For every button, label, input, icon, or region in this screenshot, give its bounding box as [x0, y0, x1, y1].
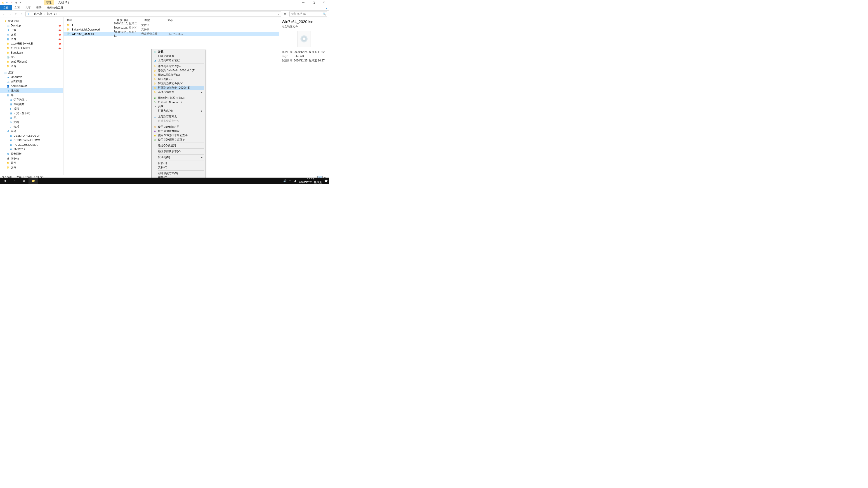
nav-back[interactable]: ← [2, 12, 6, 16]
nav-recycle[interactable]: 回收站 [11, 157, 19, 160]
ctx-addzipname[interactable]: 🗜添加到 "Win7x64_2020.zip" (T) [152, 68, 204, 73]
nav-win7re[interactable]: win7重装win7 [11, 60, 27, 64]
ctx-burn[interactable]: 刻录光盘映像 [152, 54, 204, 58]
col-type[interactable]: 类型 [141, 18, 164, 22]
qat-undo-icon[interactable]: ◉ [14, 1, 18, 4]
ctx-addzip[interactable]: 🗜添加到压缩文件(A)... [152, 64, 204, 68]
nav-forward[interactable]: → [8, 12, 12, 16]
system-tray[interactable]: ˄ 🔊 中 🖧 16:322020/12/25, 星期五 💬 [280, 178, 329, 184]
ribbon-home[interactable]: 主页 [12, 5, 23, 10]
ctx-360-scan[interactable]: ◉使用 360进行木马云查杀 [152, 133, 204, 138]
search-input[interactable]: 搜索"文档 (E:)" 🔍 [289, 11, 327, 17]
nav-d1[interactable]: DESKTOP-LSSOEDP [13, 134, 40, 137]
nav-soft[interactable]: 软件 [11, 161, 16, 165]
ctx-cut[interactable]: 剪切(T) [152, 161, 204, 165]
crumb-loc[interactable]: 文档 (E:) [46, 12, 58, 16]
nav-cp[interactable]: 控制面板 [11, 152, 22, 156]
ctx-otherzip[interactable]: 🗜其他压缩命令▶ [152, 90, 204, 94]
minimize-button[interactable]: — [298, 0, 308, 5]
ribbon-share[interactable]: 共享 [23, 5, 33, 10]
ctx-open360[interactable]: 🗜用360压缩打开(Q) [152, 73, 204, 77]
ctx-openwith[interactable]: 打开方式(H)▶ [152, 109, 204, 113]
column-headers[interactable]: 名称 修改日期 类型 大小 [64, 18, 279, 23]
nav-d2[interactable]: DESKTOP-NJEU3CG [13, 139, 40, 142]
nav-files[interactable]: 文件 [11, 166, 16, 169]
nav-music[interactable]: 音乐 [13, 125, 19, 129]
ribbon-view[interactable]: 查看 [33, 5, 44, 10]
qat-dropdown-icon[interactable]: ▾ [19, 1, 23, 4]
action-center-icon[interactable]: 💬 [324, 180, 328, 183]
nav-camera[interactable]: 本机照片 [13, 102, 24, 106]
nav-recent[interactable]: ▾ [13, 12, 18, 16]
help-icon[interactable]: ? [324, 5, 329, 10]
nav-bandicam[interactable]: Bandicam [11, 51, 23, 54]
nav-video[interactable]: 视频 [13, 107, 19, 111]
nav-pics2[interactable]: 图片 [11, 64, 16, 68]
ctx-shortcut[interactable]: 创建快捷方式(S) [152, 171, 204, 175]
file-list-pane[interactable]: 名称 修改日期 类型 大小 📁 1 2020/12/15, 星期二 1... 文… [64, 18, 279, 175]
nav-excel[interactable]: excel表格制作求和 [11, 42, 33, 46]
ctx-bee[interactable]: ✿用 蜂蜜浏览器 浏览(3) [152, 96, 204, 100]
ctx-qq[interactable]: 通过QQ发送到 [152, 143, 204, 148]
ctx-mount[interactable]: 💿装载 [152, 50, 204, 54]
nav-admin[interactable]: Administrator [11, 85, 27, 88]
ctx-sendto[interactable]: 发送到(N)▶ [152, 155, 204, 160]
breadcrumb[interactable]: 🖥› 此电脑› 文档 (E:)› ⌄ [25, 11, 281, 17]
nav-yq[interactable]: YUNQISHI2019 [11, 46, 30, 50]
qat-pin-icon[interactable]: ▭ [5, 1, 9, 4]
ribbon-file[interactable]: 文件 [0, 5, 12, 10]
tray-chevron-icon[interactable]: ˄ [280, 180, 281, 183]
ctx-extractname[interactable]: 🗜解压到 Win7x64_2020\ (E) [152, 86, 204, 90]
nav-downloads[interactable]: 下载 [11, 28, 16, 32]
nav-wps[interactable]: WPS网盘 [11, 80, 22, 84]
taskbar-clock[interactable]: 16:322020/12/25, 星期五 [299, 178, 322, 184]
file-row[interactable]: 📁 1 2020/12/15, 星期二 1... 文件夹 [64, 23, 279, 27]
ctx-extractto[interactable]: 🗜解压到(F)... [152, 77, 204, 81]
ribbon-disc-tools[interactable]: 光盘映像工具 [44, 5, 66, 10]
nav-desktop[interactable]: Desktop [11, 24, 21, 27]
ctx-360-unlock[interactable]: ◉使用 360解除占用 [152, 125, 204, 129]
nav-desk-cn[interactable]: 桌面 [8, 71, 13, 74]
taskview-button[interactable]: ⧉ [19, 177, 29, 184]
ime-indicator[interactable]: 中 [289, 179, 291, 183]
crumb-pc[interactable]: 此电脑 [33, 12, 43, 16]
nav-tywp[interactable]: 天翼云盘下载 [13, 111, 30, 115]
nav-d4[interactable]: ZMT2019 [13, 148, 25, 151]
nav-up[interactable]: ↑ [20, 12, 24, 16]
start-button[interactable]: ⊞ [0, 177, 9, 184]
qat-close-icon[interactable]: ✕ [10, 1, 13, 4]
network-icon[interactable]: 🖧 [294, 180, 297, 183]
crumb-dropdown-icon[interactable]: ⌄ [277, 13, 280, 15]
nav-pics[interactable]: 图片 [11, 37, 16, 41]
ctx-360-menu[interactable]: ◉使用 360管理右键菜单 [152, 138, 204, 142]
col-size[interactable]: 大小 [164, 18, 185, 22]
volume-icon[interactable]: 🔊 [283, 180, 287, 183]
nav-quick[interactable]: 快速访问 [8, 19, 19, 23]
close-button[interactable]: ✕ [319, 0, 329, 5]
explorer-taskbar-icon[interactable]: 📁 [29, 177, 38, 184]
col-name[interactable]: 名称 [64, 18, 114, 22]
ctx-baidu[interactable]: ☁上传到百度网盘 [152, 115, 204, 119]
ctx-copy[interactable]: 复制(C) [152, 165, 204, 170]
nav-d3[interactable]: PC-20190530OBLA [13, 143, 37, 147]
maximize-button[interactable]: ▢ [308, 0, 319, 5]
nav-saved[interactable]: 保存的图片 [13, 98, 27, 102]
ctx-extractcur[interactable]: 🗜解压到当前文件夹(X) [152, 81, 204, 86]
ctx-youdao[interactable]: ◪上传到有道云笔记 [152, 58, 204, 63]
file-row-selected[interactable]: 💿 Win7x64_2020.iso 2020/12/25, 星期五 1... … [64, 32, 279, 36]
nav-net[interactable]: 网络 [11, 129, 16, 133]
nav-lib[interactable]: 库 [11, 93, 13, 97]
nav-g[interactable]: G:\ [11, 56, 14, 59]
refresh-button[interactable]: ⟳ [283, 12, 288, 16]
ctx-share[interactable]: ↗共享 [152, 104, 204, 109]
navigation-pane[interactable]: ★快速访问 ▬Desktop📌 ⬇下载📌 🗎文档📌 ▦图片📌 📁excel表格制… [0, 18, 64, 175]
nav-docs2[interactable]: 文档 [13, 121, 19, 124]
nav-thispc[interactable]: 此电脑 [11, 89, 19, 93]
ctx-restore[interactable]: 还原以前的版本(V) [152, 149, 204, 154]
nav-onedrive[interactable]: OneDrive [11, 75, 22, 78]
ctx-npp[interactable]: ✎Edit with Notepad++ [152, 100, 204, 104]
search-button[interactable]: ⌕ [9, 177, 19, 184]
nav-docs[interactable]: 文档 [11, 33, 16, 37]
col-date[interactable]: 修改日期 [114, 18, 141, 22]
ctx-360-del[interactable]: ◉使用 360强力删除 [152, 129, 204, 133]
